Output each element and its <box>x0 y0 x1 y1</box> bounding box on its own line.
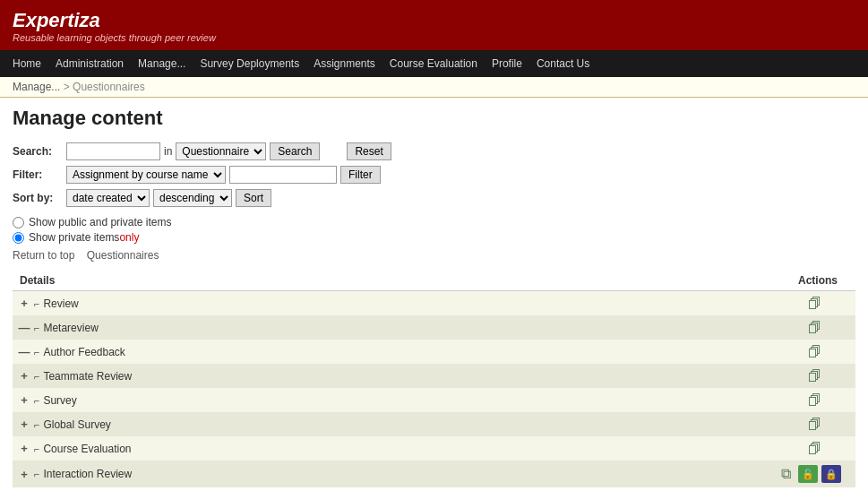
expand-button[interactable]: + <box>18 297 30 310</box>
nav-item-contact-us[interactable]: Contact Us <box>529 52 597 75</box>
expand-button[interactable]: + <box>18 468 30 481</box>
show-all-radio[interactable] <box>13 217 24 228</box>
filter-input[interactable] <box>229 166 337 184</box>
reset-button[interactable]: Reset <box>347 142 391 160</box>
expand-button[interactable]: — <box>18 345 30 358</box>
row-arrow-icon: ⌐ <box>34 395 39 406</box>
nav-item-profile[interactable]: Profile <box>485 52 529 75</box>
expand-button[interactable]: — <box>18 321 30 334</box>
row-actions-cell: 🗍 <box>603 388 855 412</box>
copy-action-icon[interactable]: 🗍 <box>808 296 836 311</box>
sort-row: Sort by: date created name descending as… <box>13 189 855 207</box>
row-arrow-icon: ⌐ <box>34 347 39 357</box>
breadcrumb-current: Questionnaires <box>73 81 145 93</box>
row-details-cell: +⌐Course Evaluation <box>13 436 603 461</box>
row-arrow-icon: ⌐ <box>34 323 39 333</box>
filter-row: Filter: Assignment by course name Assign… <box>13 166 855 184</box>
search-input[interactable] <box>66 142 160 160</box>
search-row: Search: in Questionnaire Assignment Sear… <box>13 142 855 160</box>
row-details-cell: +⌐Teammate Review <box>13 364 603 388</box>
sort-button[interactable]: Sort <box>236 189 271 207</box>
unlock-icon[interactable]: 🔓 <box>798 465 818 483</box>
app-header: Expertiza Reusable learning objects thro… <box>0 0 868 50</box>
sort-order-select[interactable]: descending ascending <box>153 189 232 207</box>
table-body: +⌐Review🗍—⌐Metareview🗍—⌐Author Feedback🗍… <box>13 291 855 488</box>
row-actions-cell: 🗍 <box>603 291 855 316</box>
copy-action-icon[interactable]: 🗍 <box>808 344 836 359</box>
row-arrow-icon: ⌐ <box>34 419 39 430</box>
actions-col-header: Actions <box>603 271 855 291</box>
item-link[interactable]: Teammate Review <box>43 370 132 383</box>
row-actions-cell: 🗍 <box>603 412 855 436</box>
breadcrumb: Manage... > Questionnaires <box>0 77 868 98</box>
item-link[interactable]: Course Evaluation <box>43 443 131 455</box>
item-link[interactable]: Review <box>43 297 78 310</box>
nav-item-administration[interactable]: Administration <box>48 52 131 75</box>
table-row: +⌐Review🗍 <box>13 291 855 316</box>
table-row: +⌐Teammate Review🗍 <box>13 364 855 388</box>
expand-button[interactable]: + <box>18 442 30 455</box>
app-title: Expertiza <box>13 9 855 32</box>
show-private-radio-label[interactable]: Show private items only <box>13 231 855 244</box>
sort-field-select[interactable]: date created name <box>66 189 150 207</box>
content-table: Details Actions +⌐Review🗍—⌐Metareview🗍—⌐… <box>13 271 855 487</box>
item-link[interactable]: Interaction Review <box>43 468 132 480</box>
nav-item-survey-deployments[interactable]: Survey Deployments <box>193 52 306 75</box>
copy-action-icon[interactable]: 🗍 <box>808 441 836 456</box>
row-actions-cell: 🗍 <box>603 315 855 340</box>
filter-select[interactable]: Assignment by course name Assignment by … <box>66 166 226 184</box>
row-actions-cell: 🗍 <box>603 340 855 364</box>
details-col-header: Details <box>13 271 603 291</box>
copy-action-icon[interactable]: 🗍 <box>808 417 836 432</box>
main-content: Manage content Search: in Questionnaire … <box>0 98 868 491</box>
item-link[interactable]: Metareview <box>43 322 98 334</box>
row-details-cell: +⌐Survey <box>13 388 603 412</box>
row-arrow-icon: ⌐ <box>34 371 39 382</box>
copy-icon[interactable]: ⧉ <box>781 466 791 482</box>
show-private-label-prefix: Show private items <box>29 231 119 244</box>
show-private-radio[interactable] <box>13 232 24 244</box>
table-row: +⌐Course Evaluation🗍 <box>13 436 855 461</box>
copy-action-icon[interactable]: 🗍 <box>808 392 836 408</box>
copy-action-icon[interactable]: 🗍 <box>808 320 836 335</box>
nav-item-manage---[interactable]: Manage... <box>131 52 193 75</box>
expand-button[interactable]: + <box>18 418 30 431</box>
item-link[interactable]: Global Survey <box>43 418 110 431</box>
breadcrumb-separator: > <box>64 81 73 93</box>
lock-icon[interactable]: 🔒 <box>821 465 841 483</box>
navbar: HomeAdministrationManage...Survey Deploy… <box>0 50 868 77</box>
item-link[interactable]: Survey <box>43 394 76 407</box>
nav-item-assignments[interactable]: Assignments <box>306 52 382 75</box>
table-row: +⌐Global Survey🗍 <box>13 412 855 436</box>
page-title: Manage content <box>13 107 855 130</box>
row-actions-cell: ⧉🔓🔒 <box>603 461 855 487</box>
show-all-radio-label[interactable]: Show public and private items <box>13 216 855 228</box>
table-row: —⌐Author Feedback🗍 <box>13 340 855 364</box>
search-type-select[interactable]: Questionnaire Assignment <box>176 142 266 160</box>
item-link[interactable]: Author Feedback <box>43 346 125 358</box>
app-subtitle: Reusable learning objects through peer r… <box>13 32 855 43</box>
table-header-row: Details Actions <box>13 271 855 291</box>
nav-item-course-evaluation[interactable]: Course Evaluation <box>382 52 485 75</box>
row-details-cell: —⌐Metareview <box>13 315 603 340</box>
expand-button[interactable]: + <box>18 393 30 407</box>
search-label: Search: <box>13 145 66 158</box>
row-actions-cell: 🗍 <box>603 364 855 388</box>
expand-button[interactable]: + <box>18 369 30 383</box>
row-actions-cell: 🗍 <box>603 436 855 461</box>
questionnaires-link[interactable]: Questionnaires <box>87 249 159 262</box>
filter-button[interactable]: Filter <box>340 166 381 184</box>
show-all-label: Show public and private items <box>29 216 171 228</box>
return-to-top-link[interactable]: Return to top <box>13 249 74 262</box>
copy-action-icon[interactable]: 🗍 <box>808 368 836 383</box>
row-arrow-icon: ⌐ <box>34 469 39 479</box>
row-arrow-icon: ⌐ <box>34 298 39 309</box>
search-button[interactable]: Search <box>270 142 320 160</box>
show-private-label-highlight: only <box>119 231 139 244</box>
row-details-cell: —⌐Author Feedback <box>13 340 603 364</box>
return-links: Return to top Questionnaires <box>13 249 855 262</box>
nav-item-home[interactable]: Home <box>5 52 48 75</box>
sort-label: Sort by: <box>13 192 66 204</box>
table-row: +⌐Interaction Review⧉🔓🔒 <box>13 461 855 487</box>
breadcrumb-manage-link[interactable]: Manage... <box>13 81 60 93</box>
